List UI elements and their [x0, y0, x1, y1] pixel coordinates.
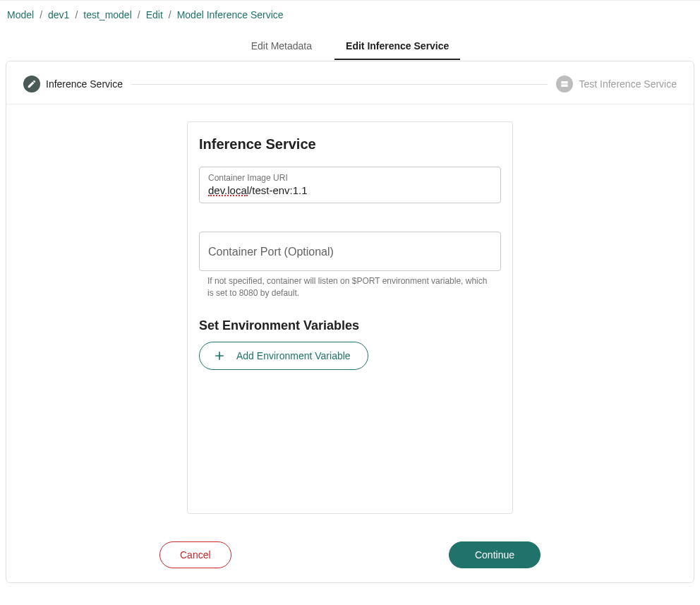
- tab-bar: Edit Metadata Edit Inference Service: [6, 32, 694, 61]
- container-port-field: If not specified, container will listen …: [199, 232, 501, 298]
- wizard-footer: Cancel Continue: [159, 541, 541, 568]
- add-environment-variable-button[interactable]: Add Environment Variable: [199, 342, 368, 370]
- container-port-outline[interactable]: [199, 232, 501, 271]
- step-label: Inference Service: [46, 78, 123, 90]
- step-test-inference-service[interactable]: Test Inference Service: [556, 76, 677, 92]
- breadcrumb-separator: /: [138, 9, 140, 20]
- breadcrumb-separator: /: [169, 9, 171, 20]
- form-title: Inference Service: [199, 136, 501, 152]
- breadcrumb-item-model-inference-service[interactable]: Model Inference Service: [177, 9, 284, 20]
- container-port-helper: If not specified, container will listen …: [199, 271, 501, 298]
- breadcrumb: Model / dev1 / test_model / Edit / Model…: [6, 6, 694, 32]
- server-icon: [556, 76, 573, 92]
- tab-edit-inference-service[interactable]: Edit Inference Service: [334, 32, 460, 60]
- step-label: Test Inference Service: [579, 78, 677, 90]
- pencil-icon: [23, 76, 40, 92]
- breadcrumb-item-test-model[interactable]: test_model: [83, 9, 131, 20]
- breadcrumb-separator: /: [40, 9, 42, 20]
- form-panel: Inference Service Container Image URI If…: [187, 121, 513, 514]
- continue-button[interactable]: Continue: [449, 541, 541, 568]
- breadcrumb-item-edit[interactable]: Edit: [146, 9, 163, 20]
- add-env-var-label: Add Environment Variable: [236, 350, 351, 361]
- breadcrumb-separator: /: [75, 9, 78, 20]
- breadcrumb-item-dev1[interactable]: dev1: [48, 9, 69, 20]
- container-image-uri-outline[interactable]: Container Image URI: [199, 167, 501, 203]
- env-section-title: Set Environment Variables: [199, 318, 501, 333]
- container-image-uri-field: Container Image URI: [199, 167, 501, 203]
- container-image-uri-label: Container Image URI: [208, 173, 492, 183]
- container-port-input[interactable]: [208, 244, 492, 258]
- step-inference-service[interactable]: Inference Service: [23, 76, 123, 92]
- tab-edit-metadata[interactable]: Edit Metadata: [240, 32, 323, 60]
- svg-rect-0: [562, 81, 568, 84]
- container-image-uri-input[interactable]: [208, 183, 492, 196]
- stepper: Inference Service Test Inference Service: [6, 61, 694, 104]
- svg-rect-1: [562, 85, 568, 88]
- step-connector: [131, 84, 548, 85]
- plus-icon: [212, 349, 227, 363]
- cancel-button[interactable]: Cancel: [159, 541, 231, 568]
- breadcrumb-item-model[interactable]: Model: [7, 9, 34, 20]
- wizard-card: Inference Service Test Inference Service…: [6, 61, 694, 583]
